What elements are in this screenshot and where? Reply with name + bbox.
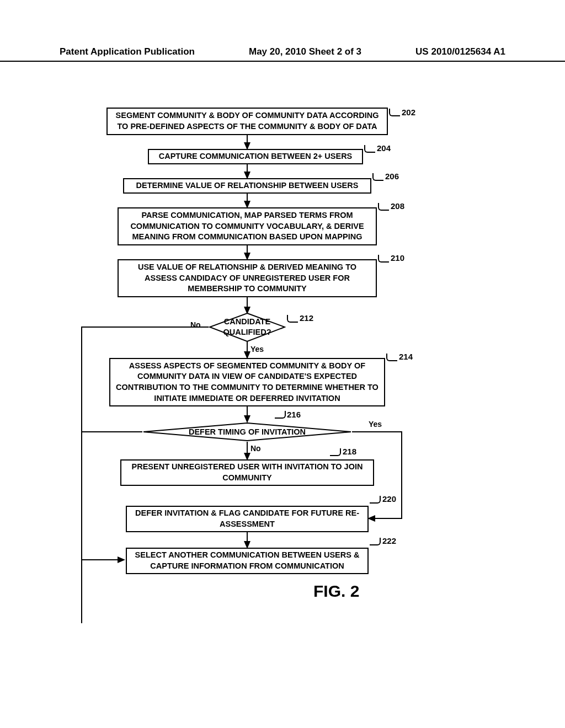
step-204: CAPTURE COMMUNICATION BETWEEN 2+ USERS bbox=[148, 149, 363, 164]
hook-icon bbox=[370, 496, 381, 504]
decision-212-text: CANDIDATE QUALIFIED? bbox=[217, 315, 278, 339]
hook-icon bbox=[389, 109, 400, 116]
step-214-text: ASSESS ASPECTS OF SEGMENTED COMMUNITY & … bbox=[116, 361, 379, 404]
ref-218: 218 bbox=[343, 447, 356, 456]
ref-220: 220 bbox=[382, 494, 396, 504]
step-218: PRESENT UNREGISTERED USER WITH INVITATIO… bbox=[120, 459, 374, 486]
ref-208: 208 bbox=[391, 201, 404, 211]
label-yes: Yes bbox=[250, 345, 264, 354]
step-206-text: DETERMINE VALUE OF RELATIONSHIP BETWEEN … bbox=[136, 180, 359, 191]
ref-214: 214 bbox=[399, 352, 413, 361]
step-210: USE VALUE OF RELATIONSHIP & DERIVED MEAN… bbox=[118, 259, 377, 297]
header-right: US 2010/0125634 A1 bbox=[415, 46, 505, 57]
decision-216-text: DEFER TIMING OF INVITATION bbox=[181, 426, 313, 437]
ref-222: 222 bbox=[382, 536, 396, 545]
page-header: Patent Application Publication May 20, 2… bbox=[0, 46, 565, 62]
ref-206: 206 bbox=[385, 172, 399, 181]
figure-label: FIG. 2 bbox=[313, 582, 359, 601]
step-222: SELECT ANOTHER COMMUNICATION BETWEEN USE… bbox=[126, 548, 369, 574]
hook-icon bbox=[386, 354, 397, 361]
ref-204: 204 bbox=[377, 143, 391, 153]
step-202: SEGMENT COMMUNITY & BODY OF COMMUNITY DA… bbox=[106, 108, 388, 135]
step-204-text: CAPTURE COMMUNICATION BETWEEN 2+ USERS bbox=[159, 151, 353, 162]
step-214: ASSESS ASPECTS OF SEGMENTED COMMUNITY & … bbox=[109, 358, 385, 406]
step-208-text: PARSE COMMUNICATION, MAP PARSED TERMS FR… bbox=[124, 210, 370, 243]
hook-icon bbox=[275, 411, 286, 419]
step-202-text: SEGMENT COMMUNITY & BODY OF COMMUNITY DA… bbox=[113, 110, 381, 132]
hook-icon bbox=[287, 315, 298, 323]
step-206: DETERMINE VALUE OF RELATIONSHIP BETWEEN … bbox=[123, 178, 371, 194]
hook-icon bbox=[330, 448, 341, 456]
step-222-text: SELECT ANOTHER COMMUNICATION BETWEEN USE… bbox=[132, 550, 362, 571]
step-210-text: USE VALUE OF RELATIONSHIP & DERIVED MEAN… bbox=[124, 262, 370, 295]
label-yes-216: Yes bbox=[369, 420, 382, 429]
step-220-text: DEFER INVITATION & FLAG CANDIDATE FOR FU… bbox=[132, 508, 362, 529]
label-no: No bbox=[190, 320, 201, 329]
ref-212: 212 bbox=[300, 313, 313, 323]
header-center: May 20, 2010 Sheet 2 of 3 bbox=[249, 46, 361, 57]
step-218-text: PRESENT UNREGISTERED USER WITH INVITATIO… bbox=[127, 462, 367, 483]
step-220: DEFER INVITATION & FLAG CANDIDATE FOR FU… bbox=[126, 506, 369, 532]
flowchart: SEGMENT COMMUNITY & BODY OF COMMUNITY DA… bbox=[60, 108, 468, 637]
label-no-216: No bbox=[250, 444, 261, 453]
hook-icon bbox=[378, 255, 389, 263]
ref-202: 202 bbox=[402, 108, 415, 117]
hook-icon bbox=[364, 145, 375, 153]
hook-icon bbox=[372, 173, 383, 181]
header-left: Patent Application Publication bbox=[60, 46, 195, 57]
hook-icon bbox=[378, 203, 389, 211]
hook-icon bbox=[370, 538, 381, 545]
ref-216: 216 bbox=[287, 410, 301, 419]
step-208: PARSE COMMUNICATION, MAP PARSED TERMS FR… bbox=[118, 207, 377, 245]
ref-210: 210 bbox=[391, 253, 404, 263]
